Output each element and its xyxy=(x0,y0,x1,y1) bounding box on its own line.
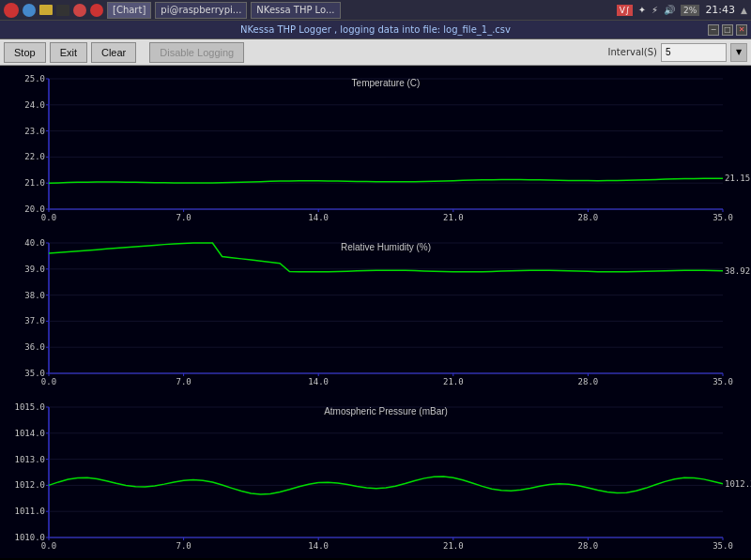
bug-icon[interactable] xyxy=(73,4,86,17)
battery-label: 2% xyxy=(681,5,699,16)
raspberry-icon[interactable] xyxy=(4,3,19,18)
pressure-chart xyxy=(0,394,751,558)
terminal-icon[interactable] xyxy=(56,5,69,16)
taskbar-window-logger-label: NKessa THP Lo... xyxy=(256,5,334,15)
stop-button[interactable]: Stop xyxy=(4,42,46,63)
exit-button[interactable]: Exit xyxy=(50,42,87,63)
window-controls: − □ ✕ xyxy=(708,24,747,36)
taskbar-window-logger[interactable]: NKessa THP Lo... xyxy=(251,2,340,19)
clock: 21:43 xyxy=(705,4,735,16)
humidity-chart xyxy=(0,230,751,394)
window-title: NKessa THP Logger , logging data into fi… xyxy=(240,24,511,35)
interval-dropdown-icon[interactable]: ▼ xyxy=(730,43,747,62)
disable-logging-button[interactable]: Disable Logging xyxy=(149,42,244,63)
temperature-chart xyxy=(0,66,751,230)
taskbar-window-chart-label: [Chart] xyxy=(113,5,146,15)
close-button[interactable]: ✕ xyxy=(736,24,747,36)
folder-icon[interactable] xyxy=(39,5,53,15)
vnc-icon[interactable]: V∫ xyxy=(617,5,633,16)
toolbar: Stop Exit Clear Disable Logging Interval… xyxy=(0,39,751,66)
notify-icon: ▲ xyxy=(741,6,747,15)
maximize-button[interactable]: □ xyxy=(722,24,733,36)
interval-input[interactable] xyxy=(661,43,727,62)
window-titlebar: NKessa THP Logger , logging data into fi… xyxy=(0,21,751,39)
globe-icon[interactable] xyxy=(23,4,36,17)
volume-icon: 🔊 xyxy=(664,5,675,15)
interval-label: Interval(S) xyxy=(608,47,657,57)
systray: V∫ ✦ ⚡ 🔊 2% 21:43 ▲ xyxy=(617,4,747,16)
minimize-button[interactable]: − xyxy=(708,24,719,36)
taskbar-window-chart[interactable]: [Chart] xyxy=(107,2,151,19)
taskbar-window-terminal[interactable]: pi@raspberrypi... xyxy=(155,2,247,19)
bluetooth-icon: ✦ xyxy=(638,5,646,15)
wifi-icon: ⚡ xyxy=(651,5,658,15)
security-icon[interactable] xyxy=(90,4,103,17)
taskbar: [Chart] pi@raspberrypi... NKessa THP Lo.… xyxy=(0,0,751,21)
charts-area xyxy=(0,66,751,560)
taskbar-window-terminal-label: pi@raspberrypi... xyxy=(161,5,241,15)
clear-button[interactable]: Clear xyxy=(91,42,136,63)
